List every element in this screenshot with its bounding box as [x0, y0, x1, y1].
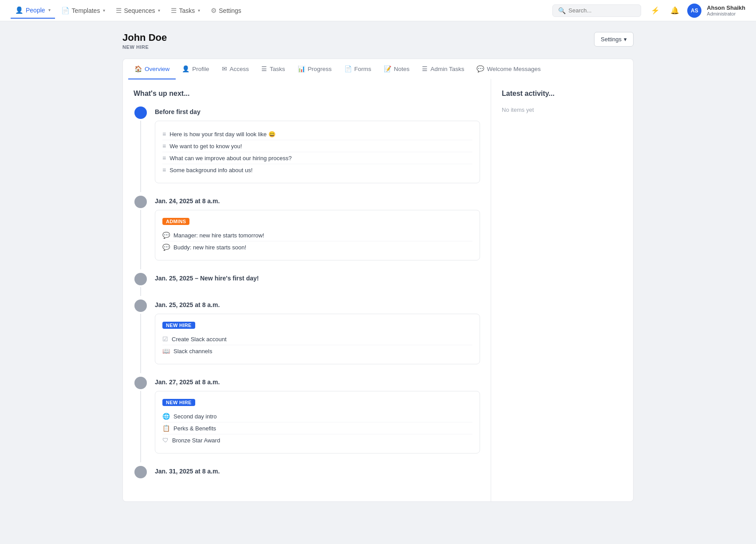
admin-tasks-icon: ☰ [422, 65, 428, 72]
search-box: 🔍 [552, 4, 641, 17]
perks-icon: 📋 [162, 425, 170, 432]
tab-admin-tasks[interactable]: ☰ Admin Tasks [416, 59, 470, 79]
timeline-date: Jan. 24, 2025 at 8 a.m. [155, 196, 480, 210]
profile-icon: 👤 [182, 65, 189, 72]
list-item: 📖 Slack channels [162, 345, 472, 357]
nav-label-tasks: Tasks [179, 7, 195, 14]
item-text: Bronze Star Award [172, 437, 220, 444]
timeline-date: Jan. 25, 2025 at 8 a.m. [155, 300, 480, 314]
tab-overview[interactable]: 🏠 Overview [128, 59, 176, 79]
user-info: Ahson Shaikh Administrator [707, 4, 745, 16]
item-text: Buddy: new hire starts soon! [173, 244, 246, 251]
people-icon: 👤 [15, 6, 24, 14]
item-text: We want to get to know you! [169, 143, 242, 150]
timeline-card: NEW HIRE 🌐 Second day intro 📋 Perks & Be… [155, 391, 480, 453]
tasks-nav-icon: ☰ [171, 7, 177, 15]
list-item: ≡ Some background info about us! [162, 164, 472, 176]
user-name: Ahson Shaikh [707, 4, 745, 11]
tab-welcome-messages[interactable]: 💬 Welcome Messages [470, 59, 547, 79]
timeline-date: Before first day [155, 106, 480, 121]
settings-nav-icon: ⚙ [211, 7, 217, 15]
chevron-down-icon: ▾ [198, 8, 200, 13]
new-hire-badge: NEW HIRE [162, 399, 195, 406]
timeline-dot-gray [134, 466, 147, 478]
forms-icon: 📄 [344, 65, 352, 72]
tab-label-access: Access [230, 66, 249, 72]
timeline-dot-gray [134, 196, 147, 208]
timeline-item: Jan. 25, 2025 – New hire's first day! [134, 273, 480, 296]
main-panel: What's up next... Before first day [123, 79, 491, 501]
timeline-dot-blue [134, 106, 147, 119]
list-item: 📋 Perks & Benefits [162, 422, 472, 434]
tasks-tab-icon: ☰ [261, 65, 267, 72]
tab-label-notes: Notes [394, 66, 410, 72]
card-items: 💬 Manager: new hire starts tomorrow! 💬 B… [162, 229, 472, 253]
item-text: Create Slack account [172, 336, 227, 343]
card-items: 🌐 Second day intro 📋 Perks & Benefits 🛡 [162, 410, 472, 446]
tab-access[interactable]: ✉ Access [216, 59, 256, 79]
tab-bar: 🏠 Overview 👤 Profile ✉ Access ☰ Tasks 📊 … [122, 59, 634, 79]
check-icon: ☑ [162, 335, 168, 343]
activity-title: Latest activity... [502, 90, 622, 98]
nav-item-templates[interactable]: 📄 Templates ▾ [57, 3, 110, 18]
list-item: 💬 Manager: new hire starts tomorrow! [162, 229, 472, 241]
chevron-down-icon: ▾ [158, 8, 160, 13]
section-title: What's up next... [134, 90, 480, 98]
timeline-content-jan24: Jan. 24, 2025 at 8 a.m. ADMINS 💬 Manager… [155, 196, 480, 269]
list-icon: ≡ [162, 142, 166, 150]
person-header: John Doe NEW HIRE Settings ▾ [122, 32, 634, 50]
nav-label-people: People [26, 7, 45, 14]
timeline-date: Jan. 31, 2025 at 8 a.m. [155, 466, 480, 480]
avatar[interactable]: AS [687, 4, 701, 18]
timeline-item: Jan. 25, 2025 at 8 a.m. NEW HIRE ☑ Creat… [134, 300, 480, 373]
item-text: What can we improve about our hiring pro… [169, 155, 291, 162]
item-text: Some background info about us! [169, 167, 252, 173]
tab-label-profile: Profile [192, 66, 209, 72]
item-text: Here is how your first day will look lik… [169, 131, 276, 138]
admins-badge: ADMINS [162, 218, 189, 225]
timeline-dot-column [134, 377, 148, 462]
tab-tasks[interactable]: ☰ Tasks [255, 59, 291, 79]
list-item: ☑ Create Slack account [162, 333, 472, 345]
card-items: ☑ Create Slack account 📖 Slack channels [162, 333, 472, 357]
chat-icon: 💬 [162, 232, 170, 239]
tab-progress[interactable]: 📊 Progress [291, 59, 338, 79]
settings-button[interactable]: Settings ▾ [594, 32, 634, 47]
lightning-button[interactable]: ⚡ [648, 4, 662, 18]
sequences-icon: ☰ [116, 7, 122, 15]
timeline-content-jan31: Jan. 31, 2025 at 8 a.m. [155, 466, 480, 487]
list-icon: ≡ [162, 166, 166, 173]
timeline-line [140, 121, 141, 192]
nav-item-people[interactable]: 👤 People ▾ [11, 3, 55, 19]
nav-item-tasks[interactable]: ☰ Tasks ▾ [166, 3, 205, 18]
shield-icon: 🛡 [162, 437, 169, 444]
list-icon: ≡ [162, 130, 166, 138]
nav-label-settings: Settings [219, 7, 241, 14]
notification-button[interactable]: 🔔 [668, 4, 682, 18]
tab-label-welcome-messages: Welcome Messages [487, 66, 540, 72]
search-icon: 🔍 [558, 7, 566, 14]
timeline-content-jan25-8am: Jan. 25, 2025 at 8 a.m. NEW HIRE ☑ Creat… [155, 300, 480, 373]
activity-panel: Latest activity... No items yet [491, 79, 633, 501]
list-item: ≡ Here is how your first day will look l… [162, 128, 472, 140]
nav-item-sequences[interactable]: ☰ Sequences ▾ [111, 3, 165, 18]
list-item: 🌐 Second day intro [162, 410, 472, 422]
timeline-content-jan27: Jan. 27, 2025 at 8 a.m. NEW HIRE 🌐 Secon… [155, 377, 480, 462]
tab-label-forms: Forms [354, 66, 371, 72]
access-icon: ✉ [222, 65, 227, 72]
timeline-item: Jan. 31, 2025 at 8 a.m. [134, 466, 480, 487]
search-input[interactable] [568, 7, 635, 14]
globe-icon: 🌐 [162, 413, 170, 420]
timeline-item: Jan. 24, 2025 at 8 a.m. ADMINS 💬 Manager… [134, 196, 480, 269]
list-item: ≡ We want to get to know you! [162, 140, 472, 152]
tab-profile[interactable]: 👤 Profile [176, 59, 215, 79]
timeline-content-before-first-day: Before first day ≡ Here is how your firs… [155, 106, 480, 192]
tab-notes[interactable]: 📝 Notes [378, 59, 416, 79]
home-icon: 🏠 [134, 65, 142, 72]
chat-icon: 💬 [162, 244, 170, 251]
nav-item-settings[interactable]: ⚙ Settings [206, 3, 246, 18]
no-items-text: No items yet [502, 106, 622, 113]
timeline-card: ≡ Here is how your first day will look l… [155, 121, 480, 183]
timeline-content-jan25-firstday: Jan. 25, 2025 – New hire's first day! [155, 273, 480, 296]
tab-forms[interactable]: 📄 Forms [338, 59, 378, 79]
